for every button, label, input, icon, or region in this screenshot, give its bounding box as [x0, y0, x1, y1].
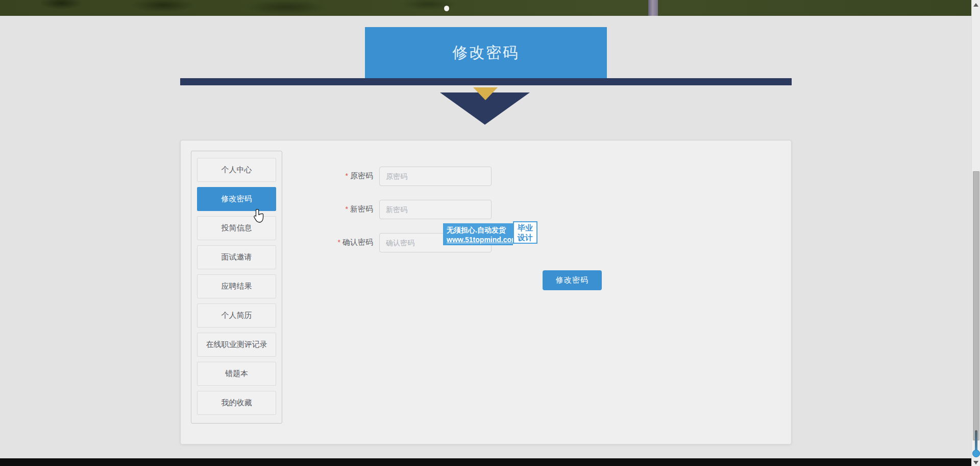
content-card: 个人中心 修改密码 投简信息 面试邀请 应聘结果 个人简历 在线职业测评记录 错…	[180, 140, 792, 445]
page-title-banner: 修改密码	[365, 27, 607, 78]
watermark-ad-text: 无须担心.自动发货 www.51topmind.com	[443, 223, 513, 245]
form-row-new-password: *新密码	[181, 199, 492, 219]
form-row-old-password: *原密码	[181, 166, 492, 186]
old-password-input[interactable]	[379, 167, 492, 186]
sidebar-item-online-assessment-records[interactable]: 在线职业测评记录	[197, 333, 276, 357]
watermark-ad: 无须担心.自动发货 www.51topmind.com 毕业 设计	[443, 221, 537, 245]
watermark-slogan: 无须担心.自动发货	[447, 225, 509, 235]
required-asterisk: *	[338, 238, 340, 246]
sidebar-item-my-favorites[interactable]: 我的收藏	[197, 391, 276, 415]
carousel-banner-image	[0, 0, 971, 16]
carousel-dot-indicator[interactable]	[444, 6, 449, 11]
new-password-input[interactable]	[379, 200, 492, 219]
sidebar-item-personal-resume[interactable]: 个人简历	[197, 304, 276, 328]
banner-pole-detail	[648, 0, 658, 16]
watermark-badge: 毕业 设计	[513, 221, 537, 244]
page-title: 修改密码	[452, 42, 520, 63]
new-password-label: *新密码	[181, 204, 379, 214]
change-password-submit-button[interactable]: 修改密码	[543, 270, 602, 290]
bottom-black-bar	[0, 458, 971, 466]
sidebar-item-wrong-answer-book[interactable]: 错题本	[197, 362, 276, 386]
old-password-label: *原密码	[181, 171, 379, 181]
confirm-password-label: *确认密码	[181, 238, 379, 247]
scroll-progress-indicator-stem	[975, 430, 977, 452]
scroll-down-icon[interactable]	[973, 461, 978, 464]
scroll-up-icon[interactable]	[973, 3, 978, 7]
scrollbar-thumb[interactable]	[973, 171, 979, 440]
scroll-progress-indicator-bulb	[972, 450, 980, 457]
hand-cursor-icon	[253, 208, 265, 226]
divider-bar	[180, 78, 792, 85]
sidebar-menu: 个人中心 修改密码 投简信息 面试邀请 应聘结果 个人简历 在线职业测评记录 错…	[191, 151, 282, 424]
required-asterisk: *	[346, 205, 348, 213]
vertical-scrollbar[interactable]	[971, 0, 980, 466]
required-asterisk: *	[346, 172, 348, 180]
gold-arrow-decoration	[473, 87, 498, 100]
watermark-url: www.51topmind.com	[447, 235, 509, 245]
sidebar-item-application-results[interactable]: 应聘结果	[197, 274, 276, 298]
